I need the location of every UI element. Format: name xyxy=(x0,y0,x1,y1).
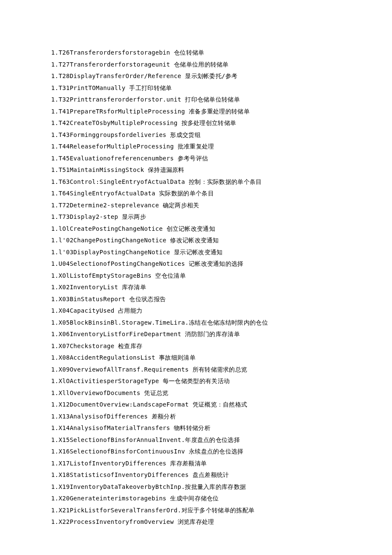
list-item: 1.T73Display2-step 显示两步 xyxy=(51,211,341,223)
list-item: 1.X04CapacityUsed 占用能力 xyxy=(51,305,341,317)
list-item: 1.T64SingleEntryofActualData 实际数据的单个条目 xyxy=(51,188,341,200)
list-item: 1.T32Printtransferorderforstor.unit 打印仓储… xyxy=(51,94,341,106)
list-item: 1.X05BlockBinsinBl.Storagew.TimeLira.冻结在… xyxy=(51,317,341,329)
list-item: 1.X16SelectionofBinsforContinuousInv 永续盘… xyxy=(51,446,341,458)
list-item: 1.X14AnalysisofMaterialTransfers 物料转储分析 xyxy=(51,422,341,434)
list-item: 1.XlOActivitiesperStorageType 每一仓储类型的有关活… xyxy=(51,375,341,387)
list-item: 1.T63Control:SingleEntryofActualData 控制：… xyxy=(51,176,341,188)
list-item: 1.T27Transferorderforstorageunit 仓储单位用的转… xyxy=(51,59,341,71)
list-item: 1.X03BinStatusReport 仓位状态报告 xyxy=(51,293,341,305)
list-item: 1.l'03DisplayPostingChangeNotice 显示记帐改变通… xyxy=(51,247,341,259)
list-item: 1.X07Checkstorage 检查库存 xyxy=(51,340,341,352)
list-item: 1.X18StatisticsofInventoryDifferences 盘点… xyxy=(51,469,341,481)
list-item: 1.T43Forminggroupsfordeliveries 形成交货组 xyxy=(51,129,341,141)
list-item: 1.l'02ChangePostingChangeNotice 修改记帐改变通知 xyxy=(51,235,341,247)
list-item: 1.XOlListofEmptyStorageBins 空仓位清单 xyxy=(51,270,341,282)
list-item: 1.T31PrintTOManually 手工打印转储单 xyxy=(51,82,341,94)
list-item: 1.T26Transferordersforstoragebin 仓位转储单 xyxy=(51,47,341,59)
list-item: 1.lOlCreatePostingChangeNotice 创立记帐改变通知 xyxy=(51,223,341,235)
list-item: 1.T51MaintainMissingStock 保持遗漏原料 xyxy=(51,164,341,176)
list-item: 1.X08AccidentRegulationsList 事故细则清单 xyxy=(51,352,341,364)
list-item: 1.T44ReleaseforMultipleProcessing 批准重复处理 xyxy=(51,141,341,153)
list-item: 1.X19InventoryDataTakeoverbyBtchInp.按批量入… xyxy=(51,481,341,493)
list-item: 1.T72Determine2-steprelevance 确定两步相关 xyxy=(51,200,341,212)
document-page: 1.T26Transferordersforstoragebin 仓位转储单 1… xyxy=(0,0,392,554)
list-item: 1.X17ListofInventoryDifferences 库存差额清单 xyxy=(51,458,341,470)
list-item: 1.X20Generateinterimstoragebins 生成中间存储仓位 xyxy=(51,493,341,505)
list-item: 1.X02InventoryList 库存清单 xyxy=(51,282,341,293)
list-item: 1.T28DisplayTransferOrder/Reference 显示划帐… xyxy=(51,70,341,82)
list-item: 1.U04SelectionofPostingChangeNotices 记帐改… xyxy=(51,258,341,270)
list-item: 1.X13AnalysisofDifferences 差额分析 xyxy=(51,411,341,423)
list-item: 1.X09OverviewofAllTransf.Requirements 所有… xyxy=(51,364,341,376)
list-item: 1.X06InventoryListforFireDepartment 消防部门… xyxy=(51,328,341,340)
list-item: 1.X22ProcessInventoryfromOverview 浏览库存处理 xyxy=(51,516,341,528)
list-item: 1.X15SelectionofBinsforAnnualInvent.年度盘点… xyxy=(51,434,341,446)
list-item: 1.T41PrepareTRsforMultipleProcessing 准备多… xyxy=(51,106,341,118)
list-item: 1.XllOverviewofDocuments 凭证总览 xyxy=(51,387,341,399)
list-item: 1.X21PickListforSeveralTransferOrd.对应于多个… xyxy=(51,505,341,517)
list-item: 1.T42CreateTOsbyMultipleProcessing 按多处理创… xyxy=(51,117,341,129)
list-item: 1.X12DocumentOverview:LandscapeFormat 凭证… xyxy=(51,399,341,411)
list-item: 1.T45Evaluationofreferencenumbers 参考号评估 xyxy=(51,153,341,165)
